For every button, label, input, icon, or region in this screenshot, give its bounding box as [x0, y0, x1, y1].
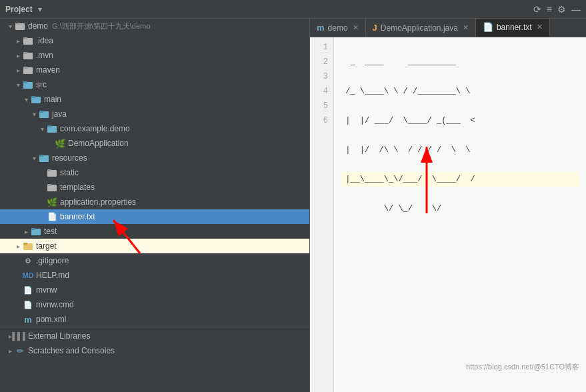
- file-tree-sidebar: demo G:\西部开源\第四十九天\demo .idea .mvn: [0, 19, 310, 392]
- svg-rect-3: [23, 37, 27, 39]
- tab-demoapp-label: DemoApplication.java: [381, 23, 458, 33]
- svg-rect-1: [15, 23, 19, 25]
- editor-content: 1 2 3 4 5 6 _ ____ __________ /_ \____\ …: [310, 37, 586, 392]
- tree-root-label: demo: [28, 21, 48, 31]
- arrow-src: [13, 81, 23, 89]
- tree-main[interactable]: main: [0, 92, 309, 107]
- folder-package-icon: [47, 123, 57, 134]
- tree-static[interactable]: static: [0, 165, 309, 180]
- svg-rect-25: [23, 243, 27, 245]
- folder-maven-icon: [23, 65, 33, 75]
- tree-helpmd[interactable]: MD HELP.md: [0, 268, 309, 283]
- tree-banner-label: banner.txt: [60, 212, 95, 221]
- tree-demo-application[interactable]: 🌿 DemoApplication: [0, 136, 309, 151]
- arrow-target: [13, 243, 23, 250]
- editor-area: m demo ✕ J DemoApplication.java ✕ 📄 bann…: [310, 19, 586, 392]
- tree-demo-app-label: DemoApplication: [68, 139, 129, 148]
- pomxml-icon: m: [23, 314, 33, 325]
- tree-package[interactable]: com.example.demo: [0, 121, 309, 136]
- svg-rect-21: [47, 184, 51, 186]
- tab-demo-icon: m: [317, 23, 325, 33]
- tree-root-path: G:\西部开源\第四十九天\demo: [52, 21, 150, 31]
- code-line-1: _ ____ __________: [341, 55, 579, 69]
- tree-target[interactable]: target: [0, 239, 309, 253]
- tree-app-properties[interactable]: 🌿 application.properties: [0, 195, 309, 209]
- svg-rect-7: [23, 67, 27, 69]
- folder-src-icon: [23, 79, 33, 90]
- dropdown-arrow[interactable]: ▾: [38, 5, 42, 14]
- code-line-2: /_ \____\ \ / /________\ \: [341, 84, 579, 99]
- tree-pomxml[interactable]: m pom.xml: [0, 312, 309, 327]
- main-area: demo G:\西部开源\第四十九天\demo .idea .mvn: [0, 19, 586, 392]
- arrow-scratches: [5, 347, 15, 355]
- folder-idea-icon: [23, 35, 33, 46]
- tree-scratches-label: Scratches and Consoles: [28, 346, 115, 355]
- svg-rect-23: [31, 228, 35, 230]
- arrow-java: [29, 111, 39, 118]
- code-line-3: | |/ ___/ \____/ _(___ <: [341, 113, 579, 128]
- scratches-icon: ✏: [15, 345, 25, 356]
- tree-resources-label: resources: [52, 153, 87, 163]
- tab-demoapp-icon: J: [373, 23, 377, 33]
- sidebar-bottom: ▌▌▌ External Libraries ✏ Scratches and C…: [0, 327, 309, 358]
- tree-scratches[interactable]: ✏ Scratches and Consoles: [0, 343, 309, 358]
- project-label: Project: [5, 5, 33, 14]
- tab-demo-label: demo: [328, 23, 348, 33]
- arrow-test: [21, 228, 31, 235]
- tree-gitignore-label: .gitignore: [36, 256, 69, 265]
- tree-src[interactable]: src: [0, 77, 309, 92]
- tree-idea[interactable]: .idea: [0, 33, 309, 48]
- tree-idea-label: .idea: [36, 36, 53, 45]
- svg-rect-19: [47, 169, 51, 171]
- tree-banner-txt[interactable]: 📄 banner.txt: [0, 209, 309, 224]
- tree-mvnw-label: mvnw: [36, 285, 57, 295]
- mvnw-icon: 📄: [23, 285, 33, 295]
- tree-resources[interactable]: resources: [0, 151, 309, 165]
- tree-ext-libs-label: External Libraries: [28, 331, 90, 341]
- tab-demoapp[interactable]: J DemoApplication.java ✕: [366, 19, 476, 37]
- svg-rect-11: [31, 96, 35, 98]
- tab-banner-icon: 📄: [483, 22, 493, 32]
- tab-demo[interactable]: m demo ✕: [310, 19, 366, 37]
- folder-resources-icon: [39, 153, 49, 163]
- tree-helpmd-label: HELP.md: [36, 271, 69, 280]
- tree-test-label: test: [44, 227, 57, 236]
- tree-gitignore[interactable]: ⚙ .gitignore: [0, 253, 309, 268]
- tree-templates[interactable]: templates: [0, 180, 309, 195]
- tree-mvnw[interactable]: 📄 mvnw: [0, 283, 309, 297]
- tree-maven-label: maven: [36, 65, 60, 75]
- tab-banner-close[interactable]: ✕: [537, 23, 543, 31]
- watermark: https://blog.csdn.net/@51CTO博客: [466, 362, 579, 372]
- tree-external-libs[interactable]: ▌▌▌ External Libraries: [0, 329, 309, 343]
- demo-application-icon: 🌿: [55, 138, 65, 149]
- tree-java[interactable]: java: [0, 107, 309, 121]
- tree-mvn[interactable]: .mvn: [0, 48, 309, 63]
- arrow-demo: [5, 23, 15, 30]
- code-line-5: |__\____\_\/___/ \____/ /: [341, 172, 579, 187]
- folder-templates-icon: [47, 182, 57, 193]
- arrow-package: [37, 125, 47, 133]
- tab-demo-close[interactable]: ✕: [353, 23, 359, 32]
- arrow-main: [21, 96, 31, 103]
- tab-demoapp-close[interactable]: ✕: [463, 23, 469, 32]
- tab-banner-label: banner.txt: [497, 23, 532, 32]
- gear-icon[interactable]: ⚙: [557, 4, 566, 15]
- tree-app-props-label: application.properties: [60, 197, 136, 207]
- code-line-4: | |/ /\ \ / / / / \ \: [341, 143, 579, 157]
- code-editor[interactable]: _ ____ __________ /_ \____\ \ / /_______…: [334, 37, 586, 392]
- tab-banner[interactable]: 📄 banner.txt ✕: [476, 19, 550, 37]
- settings-icon[interactable]: ≡: [547, 4, 552, 15]
- tree-test[interactable]: test: [0, 224, 309, 239]
- tree-mvn-label: .mvn: [36, 51, 53, 60]
- tree-mvnw-cmd[interactable]: 📄 mvnw.cmd: [0, 297, 309, 312]
- tree-maven[interactable]: maven: [0, 63, 309, 77]
- minimize-icon[interactable]: —: [571, 4, 581, 15]
- folder-test-icon: [31, 226, 41, 237]
- folder-demo-icon: [15, 21, 25, 31]
- tree-mvnw-cmd-label: mvnw.cmd: [36, 300, 74, 309]
- sync-icon[interactable]: ⟳: [533, 4, 541, 15]
- tree-templates-label: templates: [60, 183, 95, 192]
- arrow-resources: [29, 155, 39, 162]
- tree-root-demo[interactable]: demo G:\西部开源\第四十九天\demo: [0, 19, 309, 33]
- folder-main-icon: [31, 94, 41, 105]
